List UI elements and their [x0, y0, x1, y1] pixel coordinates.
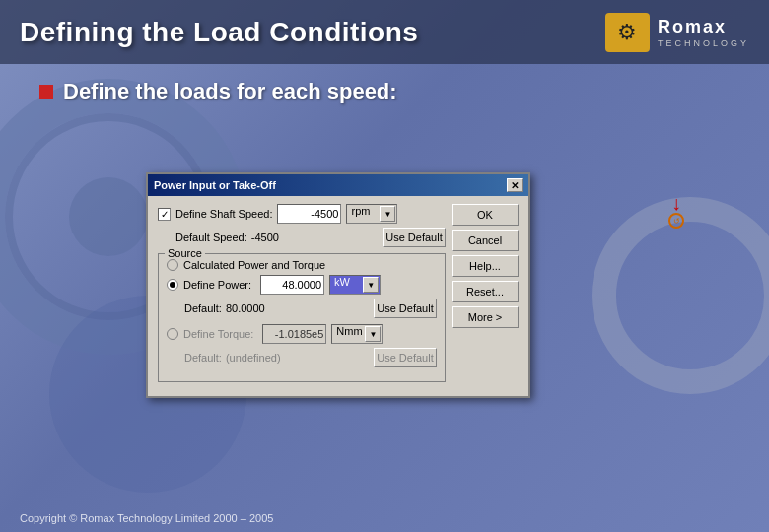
header-bar: Defining the Load Conditions Romax TECHN… — [0, 0, 769, 64]
dialog-content: Define Shaft Speed: rpm ▼ Default Speed:… — [148, 196, 528, 396]
define-torque-radio[interactable] — [167, 328, 178, 340]
dialog-form: Define Shaft Speed: rpm ▼ Default Speed:… — [158, 204, 446, 388]
shaft-speed-input[interactable] — [277, 204, 341, 224]
romax-logo-icon — [605, 13, 650, 52]
refresh-icon: ↺ — [668, 213, 684, 229]
calc-power-row: Calculated Power and Torque — [167, 259, 437, 271]
help-button[interactable]: Help... — [452, 255, 519, 277]
define-torque-row: Define Torque: Nmm ▼ — [167, 324, 437, 344]
define-torque-label: Define Torque: — [183, 328, 253, 340]
cancel-button[interactable]: Cancel — [452, 230, 519, 251]
default-torque-row: Default: (undefined) Use Default — [167, 348, 437, 367]
define-power-label: Define Power: — [183, 279, 251, 291]
more-button[interactable]: More > — [452, 306, 519, 328]
default-speed-value: -4500 — [251, 232, 279, 243]
down-arrow-icon: ↓ — [671, 193, 681, 213]
background: Defining the Load Conditions Romax TECHN… — [0, 0, 769, 532]
rpm-select-text: rpm — [347, 203, 374, 219]
rpm-select-arrow[interactable]: ▼ — [380, 206, 395, 222]
dialog-titlebar: Power Input or Take-Off ✕ — [148, 174, 528, 196]
rpm-select[interactable]: rpm ▼ — [346, 204, 397, 224]
bullet-text: Define the loads for each speed: — [63, 79, 397, 104]
dialog-close-button[interactable]: ✕ — [507, 178, 523, 192]
torque-unit-text: Nmm — [332, 323, 366, 339]
default-torque-label: Default: — [184, 352, 222, 364]
dialog-power-input: Power Input or Take-Off ✕ Define Shaft S… — [146, 172, 530, 398]
arrow-icon-area: ↓ ↺ — [668, 193, 684, 229]
default-power-value: 80.0000 — [226, 302, 265, 314]
torque-input[interactable] — [262, 324, 326, 344]
torque-unit-select[interactable]: Nmm ▼ — [331, 324, 383, 344]
power-unit-select[interactable]: kW ▼ — [329, 275, 381, 295]
torque-unit-arrow[interactable]: ▼ — [365, 326, 381, 342]
logo-subtitle: TECHNOLOGY — [658, 38, 749, 48]
reset-button[interactable]: Reset... — [452, 281, 519, 302]
calc-power-radio[interactable] — [167, 259, 178, 271]
source-legend: Source — [165, 247, 205, 259]
footer: Copyright © Romax Technology Limited 200… — [20, 512, 273, 524]
use-default-power-button[interactable]: Use Default — [374, 299, 437, 318]
shaft-speed-label: Define Shaft Speed: — [175, 208, 272, 220]
default-power-row: Default: 80.0000 Use Default — [167, 299, 437, 318]
logo-name: Romax — [658, 17, 727, 36]
bullet-section: Define the loads for each speed: — [39, 79, 397, 104]
default-speed-label: Default Speed: — [175, 232, 247, 243]
default-power-label: Default: — [184, 302, 222, 314]
use-default-torque-button[interactable]: Use Default — [374, 348, 437, 367]
dialog-side-buttons: OK Cancel Help... Reset... More > — [452, 204, 519, 388]
define-power-radio[interactable] — [167, 279, 178, 291]
define-power-row: Define Power: kW ▼ — [167, 275, 437, 295]
bullet-icon — [39, 85, 53, 99]
default-torque-value: (undefined) — [226, 352, 281, 364]
shaft-speed-checkbox[interactable] — [158, 208, 171, 221]
copyright-text: Copyright © Romax Technology Limited 200… — [20, 512, 273, 524]
power-unit-text: kW — [330, 274, 354, 290]
default-speed-row: Default Speed: -4500 Use Default — [158, 228, 446, 247]
shaft-speed-row: Define Shaft Speed: rpm ▼ — [158, 204, 446, 224]
page-title: Defining the Load Conditions — [20, 17, 418, 48]
dialog-title: Power Input or Take-Off — [154, 179, 276, 191]
use-default-speed-button[interactable]: Use Default — [383, 228, 446, 247]
logo-text-area: Romax TECHNOLOGY — [658, 17, 749, 48]
source-group: Source Calculated Power and Torque Defin… — [158, 253, 446, 382]
ok-button[interactable]: OK — [452, 204, 519, 226]
power-input[interactable] — [260, 275, 324, 295]
calc-power-label: Calculated Power and Torque — [183, 259, 325, 271]
power-unit-arrow[interactable]: ▼ — [363, 277, 379, 293]
logo-area: Romax TECHNOLOGY — [605, 13, 749, 52]
